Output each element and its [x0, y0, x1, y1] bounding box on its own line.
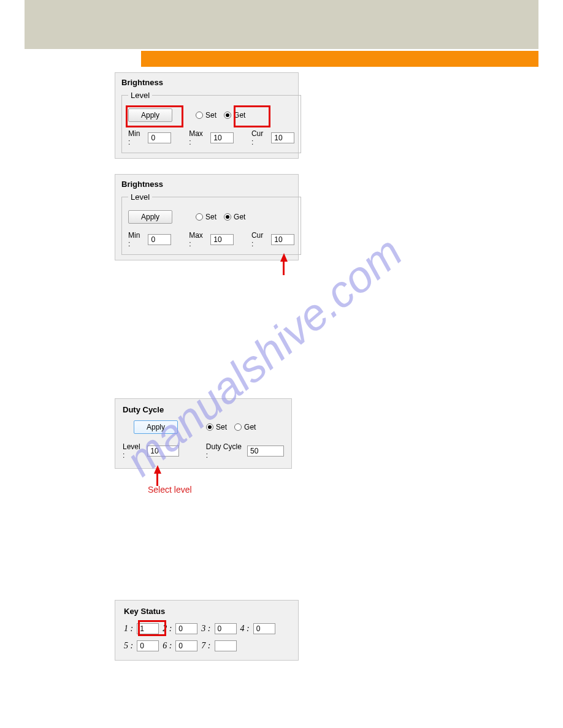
- select-level-annotation: Select level: [148, 485, 192, 495]
- apply-button[interactable]: Apply: [128, 210, 172, 224]
- highlight-get-radio: [234, 105, 270, 127]
- key-label-1: 1 :: [124, 624, 133, 634]
- apply-button[interactable]: Apply: [134, 420, 178, 434]
- radio-unchecked-icon: [234, 423, 242, 431]
- key-label-3: 3 :: [201, 624, 210, 634]
- key-field-7[interactable]: [215, 640, 237, 651]
- min-field[interactable]: [148, 132, 171, 143]
- key-label-7: 7 :: [201, 641, 210, 651]
- duty-cycle-legend: Duty Cycle: [123, 405, 284, 414]
- key-field-4[interactable]: [253, 623, 275, 634]
- duty-cycle-field[interactable]: [247, 446, 284, 457]
- highlight-key-1: [138, 620, 166, 636]
- min-label: Min :: [128, 129, 140, 146]
- header-gray-bar: [25, 0, 538, 49]
- max-label: Max :: [189, 129, 203, 146]
- highlight-apply-button: [126, 105, 183, 127]
- brightness-panel-2: Brightness Level Apply Set Get Min : Max…: [115, 174, 299, 260]
- key-field-3[interactable]: [215, 623, 237, 634]
- cur-field[interactable]: [271, 132, 294, 143]
- radio-checked-icon: [206, 423, 213, 431]
- duty-cycle-panel: Duty Cycle Apply Set Get Level : Duty Cy…: [115, 398, 292, 469]
- level-field[interactable]: [147, 446, 179, 457]
- duty-cycle-fieldset: Duty Cycle Apply Set Get Level : Duty Cy…: [115, 399, 291, 468]
- key-label-6: 6 :: [163, 641, 172, 651]
- header-white-box: [25, 51, 141, 67]
- get-radio[interactable]: Get: [234, 423, 256, 431]
- set-radio[interactable]: Set: [196, 111, 216, 119]
- cur-field[interactable]: [271, 234, 294, 245]
- radio-checked-icon: [224, 112, 231, 119]
- key-field-2[interactable]: [175, 623, 197, 634]
- key-label-4: 4 :: [240, 624, 250, 634]
- min-label: Min :: [128, 231, 140, 248]
- radio-unchecked-icon: [196, 112, 203, 119]
- min-field[interactable]: [148, 234, 171, 245]
- level-fieldset: Level Apply Set Get Min : Max : Cur :: [121, 192, 301, 255]
- radio-unchecked-icon: [196, 213, 203, 221]
- level-legend: Level: [128, 192, 152, 202]
- arrow-stem: [156, 472, 158, 486]
- cur-label: Cur :: [251, 129, 264, 146]
- get-radio[interactable]: Get: [224, 213, 245, 221]
- brightness-title: Brightness: [121, 78, 292, 87]
- max-field[interactable]: [210, 234, 234, 245]
- key-label-5: 5 :: [124, 641, 133, 651]
- level-label: Level :: [123, 442, 142, 460]
- set-radio[interactable]: Set: [196, 213, 216, 221]
- header-orange-bar: [25, 51, 538, 67]
- key-status-legend: Key Status: [124, 607, 289, 616]
- max-field[interactable]: [210, 132, 234, 143]
- duty-cycle-label: Duty Cycle :: [206, 442, 242, 460]
- level-legend: Level: [128, 91, 152, 100]
- key-field-5[interactable]: [137, 640, 159, 651]
- set-radio[interactable]: Set: [206, 423, 227, 431]
- radio-checked-icon: [224, 213, 231, 221]
- cur-label: Cur :: [251, 231, 264, 248]
- key-field-6[interactable]: [175, 640, 197, 651]
- brightness-title: Brightness: [121, 180, 292, 189]
- arrow-stem: [283, 260, 285, 275]
- max-label: Max :: [189, 231, 203, 248]
